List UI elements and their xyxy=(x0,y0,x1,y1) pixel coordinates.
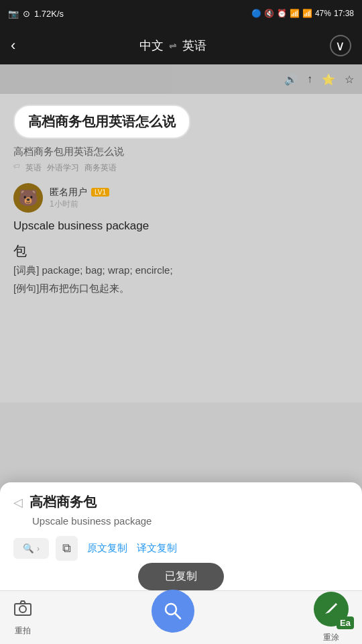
copied-toast: 已复制 xyxy=(138,563,224,590)
popup-top: ◁ 高档商务包 xyxy=(13,493,349,511)
speak-icon[interactable]: ◁ xyxy=(13,495,23,510)
retake-button[interactable]: 重拍 xyxy=(13,599,32,637)
star-filled-icon: ⭐ xyxy=(322,73,335,86)
search-center-button[interactable] xyxy=(152,590,194,633)
svg-line-3 xyxy=(175,613,180,619)
copy-translation-button[interactable]: 译文复制 xyxy=(137,542,177,555)
main-content: 高档商务包用英语怎么说 高档商务包用英语怎么说 🏷 英语 外语学习 商务英语 🐻… xyxy=(0,94,362,402)
search-icon: 🔍 xyxy=(23,543,34,553)
user-time: 1小时前 xyxy=(50,199,109,210)
user-row: 🐻 匿名用户 LV1 1小时前 xyxy=(13,183,349,213)
char-section: 包 [词典] package; bag; wrap; encircle; [例句… xyxy=(13,242,349,295)
dict-line: [词典] package; bag; wrap; encircle; xyxy=(13,264,349,277)
search-center-icon xyxy=(162,600,184,622)
status-bar: 📷 ⊙ 1.72K/s 🔵 🔇 ⏰ 📶 📶 🔵 🔇 ⏰ 📶 📶 47% 47% … xyxy=(0,0,362,27)
bottom-nav: 重拍 Ea 重涂 xyxy=(0,590,362,644)
wifi-icon: 📶 xyxy=(290,9,300,18)
bluetooth-icon: 🔵 xyxy=(251,9,261,18)
question-subtitle: 高档商务包用英语怎么说 xyxy=(13,146,349,158)
tag-icon: 🏷 xyxy=(13,162,20,174)
battery-percent: 47% xyxy=(315,9,331,18)
alarm-icon: ⏰ xyxy=(277,9,287,18)
status-right: 🔵 🔇 ⏰ 📶 📶 🔵 🔇 ⏰ 📶 📶 47% 47% 17:38 xyxy=(251,9,354,18)
speaker-icon: 🔊 xyxy=(284,73,298,86)
user-info: 匿名用户 LV1 1小时前 xyxy=(50,186,109,210)
more-button[interactable]: ∨ xyxy=(330,35,351,56)
title-arrow: ⇌ xyxy=(169,40,177,51)
retake-label: 重拍 xyxy=(15,625,31,637)
example-line: [例句]用布把伤口包起来。 xyxy=(13,282,349,295)
popup-actions: 🔍 › ⧉ 原文复制 译文复制 xyxy=(13,536,349,561)
search-arrow-icon: › xyxy=(37,544,40,553)
search-button[interactable]: 🔍 › xyxy=(13,538,49,559)
title-right: 英语 xyxy=(182,38,206,54)
user-name: 匿名用户 LV1 xyxy=(50,186,109,199)
chevron-down-icon: ∨ xyxy=(335,38,345,54)
camera-retake-icon xyxy=(13,599,32,623)
status-dot: ⊙ xyxy=(23,9,30,19)
sub-header: 🔊 ↑ ⭐ ☆ xyxy=(0,64,362,94)
answer-text: Upscale business package xyxy=(13,219,349,233)
mute-icon: 🔇 xyxy=(264,9,274,18)
avatar: 🐻 xyxy=(13,183,43,213)
camera-icon: 📷 xyxy=(8,9,19,19)
signal-icon: 📶 xyxy=(302,9,312,18)
popup-chinese-text: 高档商务包 xyxy=(29,493,97,511)
ea-label: Ea xyxy=(337,616,354,629)
copy-icon: ⧉ xyxy=(62,541,71,555)
copy-original-button[interactable]: 原文复制 xyxy=(87,542,127,555)
time-display: 17:38 xyxy=(334,9,354,18)
back-button[interactable]: ‹ xyxy=(11,37,15,54)
edit-svg xyxy=(322,600,340,618)
copied-label: 已复制 xyxy=(165,570,197,582)
nav-header: ‹ 中文 ⇌ 英语 ∨ xyxy=(0,27,362,64)
nav-title: 中文 ⇌ 英语 xyxy=(139,38,206,54)
copy-icon-button[interactable]: ⧉ xyxy=(56,536,78,561)
edit-icon[interactable]: Ea xyxy=(314,592,349,627)
redraw-label: 重涂 xyxy=(323,632,339,643)
status-left: 📷 ⊙ 1.72K/s xyxy=(8,9,64,19)
share-icon: ↑ xyxy=(307,73,312,85)
speed-indicator: 1.72K/s xyxy=(34,9,64,19)
svg-point-1 xyxy=(19,606,26,612)
star-empty-icon: ☆ xyxy=(345,73,354,86)
question-bubble: 高档商务包用英语怎么说 xyxy=(13,105,190,139)
tag-business: 商务英语 xyxy=(84,162,117,174)
tag-foreign: 外语学习 xyxy=(47,162,79,174)
redraw-button[interactable]: Ea 重涂 xyxy=(314,592,349,643)
tag-english: 英语 xyxy=(25,162,42,174)
tags-row: 🏷 英语 外语学习 商务英语 xyxy=(13,162,349,174)
popup-english-text: Upscale business package xyxy=(13,515,349,527)
user-badge: LV1 xyxy=(91,188,109,197)
char-title: 包 xyxy=(13,242,349,260)
title-left: 中文 xyxy=(139,38,164,54)
